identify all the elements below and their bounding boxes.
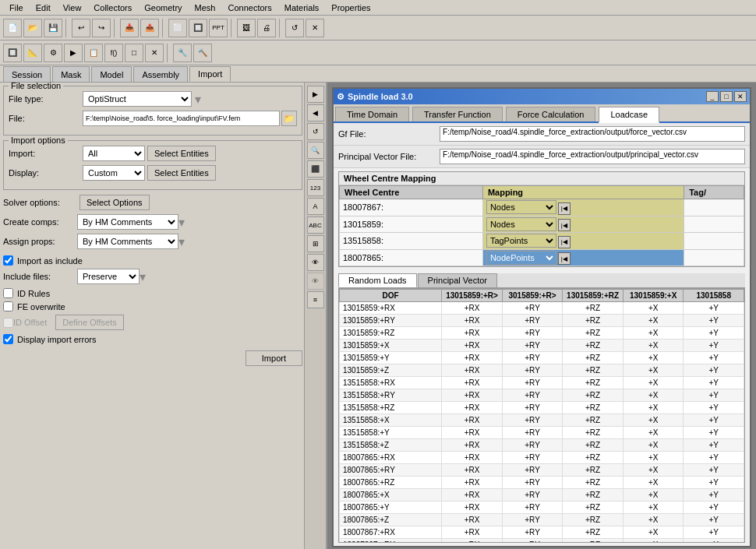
import-select[interactable]: All [83, 146, 145, 161]
menu-edit[interactable]: Edit [30, 2, 57, 14]
toolbar-new[interactable]: 📄 [3, 19, 22, 37]
select-entities-btn-2[interactable]: Select Entities [147, 165, 216, 181]
import-button[interactable]: Import [246, 350, 302, 366]
grid-dof-cell: 18007865:+X [340, 489, 442, 501]
tab-session[interactable]: Session [3, 66, 51, 82]
data-tab-random[interactable]: Random Loads [338, 273, 417, 287]
menu-file[interactable]: File [3, 2, 30, 14]
wcm-cell-mapping[interactable]: NodePoints|◀ [482, 249, 684, 266]
import-as-include-label: Import as include [17, 256, 83, 266]
wcm-mapping-select[interactable]: TagPoints [486, 234, 556, 248]
spindle-tab-force[interactable]: Force Calculation [506, 107, 596, 121]
side-btn-eye[interactable]: 👁 [307, 254, 324, 271]
display-errors-checkbox[interactable] [3, 334, 13, 344]
side-btn-123[interactable]: 123 [307, 179, 324, 196]
side-btn-abc[interactable]: ABC [307, 216, 324, 234]
solver-options-btn[interactable]: Select Options [79, 195, 150, 210]
tab-mask[interactable]: Mask [52, 66, 90, 82]
win-maximize[interactable]: □ [720, 91, 733, 102]
menu-properties[interactable]: Properties [325, 2, 376, 14]
side-btn-list[interactable]: ≡ [307, 291, 324, 308]
wcm-arrow-btn[interactable]: |◀ [558, 202, 571, 215]
toolbar-save[interactable]: 💾 [44, 19, 62, 37]
side-btn-rotate[interactable]: ↺ [307, 123, 324, 140]
id-rules-checkbox[interactable] [3, 288, 13, 298]
menu-view[interactable]: View [57, 2, 88, 14]
wcm-cell-mapping[interactable]: Nodes|◀ [482, 216, 684, 233]
wcm-mapping-select[interactable]: Nodes [486, 217, 556, 231]
wcm-mapping-select[interactable]: NodePoints [486, 251, 556, 265]
tb2-close[interactable]: ✕ [145, 44, 164, 62]
wcm-arrow-btn[interactable]: |◀ [558, 252, 571, 265]
toolbar-view3[interactable]: PPT [209, 19, 228, 37]
menu-materials[interactable]: Materials [278, 2, 326, 14]
wcm-arrow-btn[interactable]: |◀ [558, 236, 571, 248]
side-btn-a[interactable]: A [307, 198, 324, 215]
file-browse-btn[interactable]: 📁 [281, 111, 297, 126]
toolbar-rotate[interactable]: ↺ [285, 19, 304, 37]
tab-import[interactable]: Import [189, 66, 231, 82]
spindle-tab-loadcase[interactable]: Loadcase [599, 107, 659, 123]
include-files-select[interactable]: Preserve [77, 269, 140, 284]
grid-value-cell: +RY [502, 302, 563, 315]
wcm-col-tag: Tag/ [684, 186, 744, 199]
menu-connectors[interactable]: Connectors [221, 2, 277, 14]
side-btn-grid[interactable]: ⊞ [307, 235, 324, 252]
toolbar-export[interactable]: 📤 [140, 19, 159, 37]
win-close[interactable]: ✕ [734, 91, 747, 102]
data-tab-principal[interactable]: Principal Vector [418, 273, 497, 287]
tb2-2[interactable]: 📐 [23, 44, 42, 62]
toolbar-3d[interactable]: 🖼 [237, 19, 256, 37]
toolbar-import[interactable]: 📥 [120, 19, 139, 37]
side-btn-zoom[interactable]: 🔍 [307, 142, 324, 159]
grid-value-cell: +RX [442, 464, 503, 477]
display-select[interactable]: Custom [83, 165, 145, 181]
define-offsets-btn[interactable]: Define Offsets [55, 315, 124, 330]
tb2-3[interactable]: ⚙ [44, 44, 62, 62]
wcm-mapping-select[interactable]: Nodes [486, 200, 556, 214]
fe-overwrite-checkbox[interactable] [3, 301, 13, 311]
toolbar-x[interactable]: ✕ [306, 19, 324, 37]
win-minimize[interactable]: _ [706, 91, 719, 102]
spindle-tab-transfer[interactable]: Transfer Function [412, 107, 503, 121]
tb2-1[interactable]: 🔲 [3, 44, 22, 62]
create-comps-select[interactable]: By HM Comments [77, 214, 178, 230]
toolbar-view2[interactable]: 🔲 [189, 19, 207, 37]
grid-value-cell: +RZ [563, 340, 624, 352]
tb2-5[interactable]: 📋 [84, 44, 103, 62]
tb2-4[interactable]: ▶ [64, 44, 83, 62]
file-type-select[interactable]: OptiStruct [83, 91, 192, 107]
import-as-include-checkbox[interactable] [3, 255, 13, 266]
tb2-7[interactable]: 🔧 [173, 44, 192, 62]
toolbar-undo[interactable]: ↩ [72, 19, 90, 37]
side-btn-1[interactable]: ▶ [307, 86, 324, 103]
display-label: Display: [9, 168, 83, 178]
tab-assembly[interactable]: Assembly [133, 66, 188, 82]
tb2-8[interactable]: 🔨 [193, 44, 212, 62]
toolbar-print[interactable]: 🖨 [257, 19, 276, 37]
menu-geometry[interactable]: Geometry [138, 2, 188, 14]
side-btn-zoombox[interactable]: ⬛ [307, 160, 324, 178]
select-entities-btn-1[interactable]: Select Entities [147, 146, 216, 161]
wcm-arrow-btn[interactable]: |◀ [558, 219, 571, 231]
tb2-6[interactable]: □ [125, 44, 143, 62]
toolbar-open[interactable]: 📂 [23, 19, 42, 37]
assign-props-select[interactable]: By HM Comments [77, 234, 178, 249]
wcm-cell-mapping[interactable]: Nodes|◀ [482, 199, 684, 216]
file-path-input[interactable] [83, 111, 280, 126]
tb2-function[interactable]: f() [104, 44, 123, 62]
right-area: ⚙ Spindle load 3.0 _ □ ✕ Time Domain Tra… [327, 83, 756, 549]
spindle-tab-timedomain[interactable]: Time Domain [335, 107, 409, 121]
menu-mesh[interactable]: Mesh [189, 2, 222, 14]
id-offset-checkbox[interactable] [3, 318, 13, 328]
side-btn-2[interactable]: ◀ [307, 104, 324, 121]
menu-collectors[interactable]: Collectors [87, 2, 138, 14]
toolbar-view1[interactable]: ⬜ [168, 19, 187, 37]
tab-model[interactable]: Model [91, 66, 132, 82]
side-btn-eyeoff[interactable]: 👁 [307, 273, 324, 290]
wcm-cell-tag [684, 216, 744, 233]
grid-dof-cell: 18007867:+RY [340, 539, 442, 544]
toolbar-redo[interactable]: ↪ [92, 19, 111, 37]
data-grid-container[interactable]: DOF13015859:+R>3015859:+R>13015859:+RZ13… [338, 288, 745, 543]
wcm-cell-mapping[interactable]: TagPoints|◀ [482, 233, 684, 250]
